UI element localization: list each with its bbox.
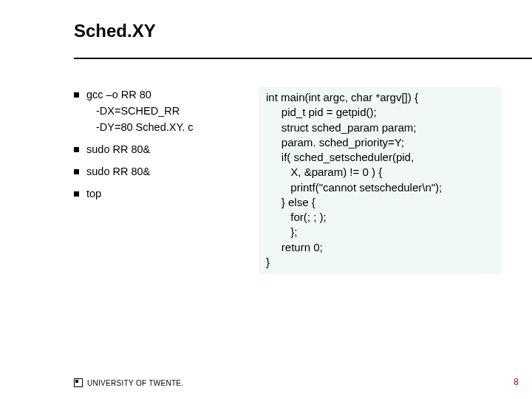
code-line: } else { — [266, 195, 494, 210]
bullet-item: gcc –o RR 80 — [74, 89, 244, 100]
left-column: gcc –o RR 80 -DX=SCHED_RR -DY=80 Sched.X… — [74, 89, 244, 204]
code-line: for(; ; ); — [266, 210, 494, 225]
university-logo-icon — [74, 378, 83, 387]
code-line: X, &param) != 0 ) { — [266, 165, 494, 180]
sub-bullet-text: -DX=SCHED_RR — [96, 105, 244, 117]
slide: Sched.XY gcc –o RR 80 -DX=SCHED_RR -DY=8… — [0, 0, 532, 399]
bullet-square-icon — [74, 191, 79, 197]
bullet-text: top — [86, 188, 101, 200]
bullet-text: sudo RR 80& — [86, 143, 150, 155]
code-line: int main(int argc, char *argv[]) { — [266, 90, 494, 105]
code-line: struct sched_param param; — [266, 120, 494, 135]
sub-bullet-text: -DY=80 Sched.XY. c — [96, 121, 244, 133]
bullet-square-icon — [74, 147, 79, 152]
code-line: }; — [266, 225, 494, 239]
code-box: int main(int argc, char *argv[]) { pid_t… — [259, 87, 501, 274]
bullet-square-icon — [74, 169, 79, 174]
footer: UNIVERSITY OF TWENTE. — [74, 378, 183, 387]
code-line: pid_t pid = getpid(); — [266, 105, 494, 120]
code-line: } — [266, 255, 494, 270]
bullet-text: sudo RR 80& — [86, 166, 150, 177]
code-line: return 0; — [266, 240, 494, 255]
slide-title: Sched.XY — [74, 21, 156, 41]
bullet-text: gcc –o RR 80 — [86, 89, 151, 100]
bullet-item: top — [74, 188, 244, 200]
bullet-square-icon — [74, 92, 79, 98]
code-line: if( sched_setscheduler(pid, — [266, 150, 494, 165]
bullet-item: sudo RR 80& — [74, 166, 244, 177]
bullet-item: sudo RR 80& — [74, 143, 244, 155]
footer-text: UNIVERSITY OF TWENTE. — [87, 379, 183, 387]
code-line: param. sched_priority=Y; — [266, 135, 494, 150]
page-number: 8 — [514, 377, 519, 387]
title-underline — [74, 58, 532, 59]
code-line: printf("cannot setscheduler\n"); — [266, 180, 494, 195]
